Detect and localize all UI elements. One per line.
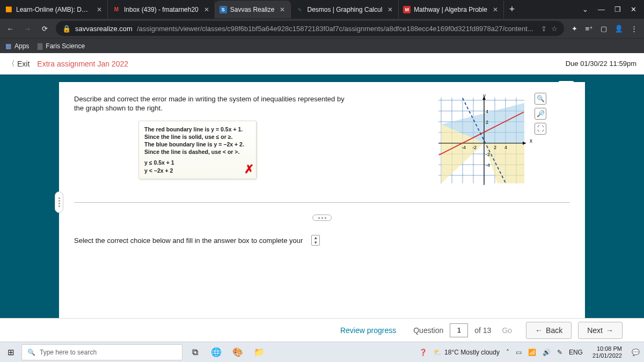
volume-icon[interactable]: 🔊 [543,349,551,356]
apps-bookmark[interactable]: ▦ Apps [5,42,29,50]
date-text: 21/01/2022 [592,352,622,359]
back-button[interactable]: ←Back [526,322,572,339]
close-icon[interactable]: ✕ [97,6,102,13]
time-text: 10:08 PM [592,345,622,352]
error-note-card: The red boundary line is y = 0.5x + 1. S… [138,121,257,179]
new-tab-button[interactable]: + [504,4,521,15]
tab-title: Savvas Realize [230,6,275,13]
notifications-icon[interactable]: 💬 [632,349,640,356]
close-icon[interactable]: ✕ [493,6,498,13]
input-icon[interactable]: ✎ [557,349,562,356]
chevron-left-icon: 〈 [8,59,15,69]
svg-text:-4: -4 [462,145,466,150]
question-total: of 13 [474,326,491,335]
task-view-button[interactable]: ⧉ [186,344,204,360]
tab-savvas[interactable]: S Savvas Realize ✕ [215,1,291,18]
svg-text:2: 2 [486,120,488,125]
wrong-line: y < −2x + 2 [144,167,251,174]
next-button[interactable]: Next→ [578,322,623,339]
review-progress-link[interactable]: Review progress [340,326,396,335]
browser-tab-strip: 🟧 Learn-Online (AMB): Dash ✕ M Inbox (43… [0,0,644,19]
reading-list-icon[interactable]: ≡⁺ [585,25,593,33]
faris-science-bookmark[interactable]: ▇ Faris Science [38,42,85,50]
zoom-out-button[interactable]: 🔎 [535,108,546,120]
note-line: Since the line is dashed, use < or >. [144,148,251,156]
chevron-down-icon[interactable]: ▼ [312,240,319,245]
url-host: savvasrealize.com [75,25,133,33]
minimize-icon[interactable]: — [598,5,605,13]
wifi-icon[interactable]: 📶 [528,349,536,356]
reload-icon[interactable]: ⟳ [39,25,50,33]
chevron-down-icon[interactable]: ⌄ [582,5,588,13]
chrome-taskbar-icon[interactable]: 🌐 [207,344,225,360]
extensions-icon[interactable]: ✦ [572,25,577,33]
tab-favicon: 🟧 [4,5,13,14]
tab-learn-online[interactable]: 🟧 Learn-Online (AMB): Dash ✕ [0,1,108,18]
go-button[interactable]: Go [502,326,512,335]
battery-icon[interactable]: ▭ [516,349,522,356]
share-icon[interactable]: ⇪ [541,25,547,33]
bookmark-label: Apps [14,42,29,50]
zoom-in-button[interactable]: 🔍 [535,93,546,105]
chevron-up-tray-icon[interactable]: ˄ [506,349,509,356]
close-icon[interactable]: ✕ [204,6,209,13]
taskbar-search[interactable]: 🔍 Type here to search [21,344,182,360]
note-line: Since the line is solid, use ≤ or ≥. [144,133,251,141]
svg-text:4: 4 [486,109,488,114]
star-icon[interactable]: ☆ [551,25,558,33]
zoom-out-icon: 🔎 [537,110,545,117]
expand-button[interactable]: ⛶ [535,123,546,135]
due-date: Due 01/30/22 11:59pm [566,60,636,68]
gmail-icon: M [112,5,121,14]
tab-inbox[interactable]: M Inbox (439) - fmatarneh20 ✕ [108,1,215,18]
svg-text:2: 2 [494,145,496,150]
url-input[interactable]: 🔒 savvasrealize.com/assignments/viewer/c… [56,21,564,36]
collapse-toggle[interactable] [74,215,570,221]
close-icon[interactable]: ✕ [387,6,393,13]
close-window-icon[interactable]: ✕ [631,5,636,13]
tab-title: Desmos | Graphing Calcul [307,6,382,13]
bookmarks-bar: ▦ Apps ▇ Faris Science [0,38,644,53]
question-number-input[interactable] [450,323,468,337]
windows-taskbar: ⊞ 🔍 Type here to search ⧉ 🌐 🎨 📁 ❓ ⛅ 18°C… [0,342,644,362]
help-tray-icon[interactable]: ❓ [419,349,427,356]
savvas-icon: S [219,6,227,13]
close-icon[interactable]: ✕ [280,6,285,13]
weather-widget[interactable]: ⛅ 18°C Mostly cloudy [434,349,500,356]
y-axis-label: y [483,93,486,99]
tab-title: Mathway | Algebra Proble [414,6,487,13]
lock-icon: 🔒 [62,25,71,33]
svg-text:-2: -2 [472,145,477,150]
kebab-menu-icon[interactable]: ⋮ [631,25,638,33]
tab-desmos[interactable]: ∿ Desmos | Graphing Calcul ✕ [291,1,399,18]
note-line: The red boundary line is y = 0.5x + 1. [144,125,251,133]
assignment-header: 〈 Exit Extra assignment Jan 2022 Due 01/… [0,53,644,75]
graph-figure: -4 -2 2 4 2 4 -2 -4 y x 🔍 🔎 ⛶ [436,95,527,202]
exit-button[interactable]: 〈 Exit [8,59,30,69]
answer-stepper[interactable]: ▲ ▼ [311,235,320,246]
choice-prompt: Select the correct choice below and fill… [74,237,303,245]
next-label: Next [587,326,603,335]
expand-icon: ⛶ [537,125,544,132]
arrow-left-icon: ← [535,326,543,335]
question-prompt: Describe and correct the error made in w… [74,95,348,113]
paint-taskbar-icon[interactable]: 🎨 [229,344,247,360]
red-x-mark: ✗ [244,161,254,178]
drag-handle[interactable] [55,191,63,213]
maximize-icon[interactable]: ❐ [614,5,621,13]
clock[interactable]: 10:08 PM 21/01/2022 [589,345,625,358]
back-icon[interactable]: ← [4,25,16,33]
tabs-icon[interactable]: ▢ [601,25,607,33]
language-indicator[interactable]: ENG [569,349,583,356]
profile-icon[interactable]: 👤 [614,25,623,33]
explorer-taskbar-icon[interactable]: 📁 [250,344,268,360]
question-label: Question [413,326,443,335]
back-label: Back [546,326,562,335]
search-icon: 🔍 [27,349,35,356]
forward-icon[interactable]: → [21,25,33,33]
tab-mathway[interactable]: M Mathway | Algebra Proble ✕ [399,1,504,18]
chevron-up-icon[interactable]: ▲ [312,235,319,240]
graph-toolbar: 🔍 🔎 ⛶ [535,93,546,135]
start-button[interactable]: ⊞ [0,348,21,357]
tab-title: Inbox (439) - fmatarneh20 [124,6,199,13]
